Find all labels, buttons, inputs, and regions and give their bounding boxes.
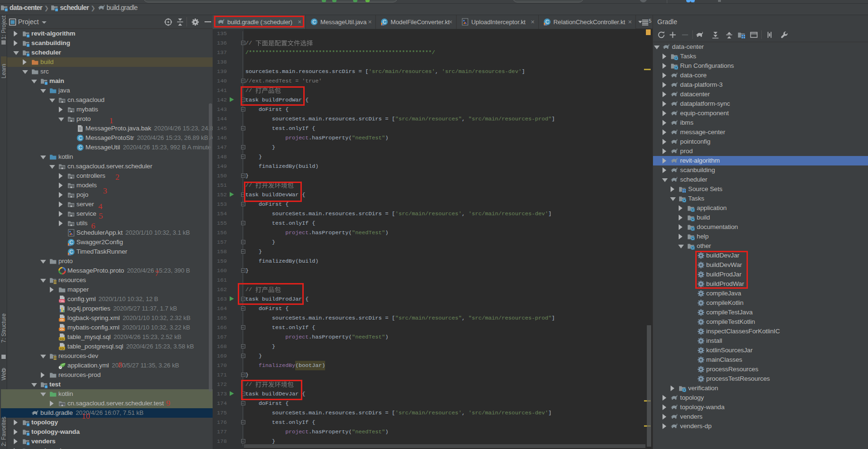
svg-text:<>: <> bbox=[60, 328, 64, 331]
svg-text:C: C bbox=[545, 19, 549, 25]
svg-text:C: C bbox=[78, 145, 82, 150]
svg-text:C: C bbox=[312, 19, 316, 25]
svg-text:C: C bbox=[78, 135, 82, 141]
svg-text:C: C bbox=[383, 19, 386, 25]
svg-text:SQL: SQL bbox=[59, 347, 65, 350]
svg-text:C: C bbox=[69, 249, 73, 255]
svg-text:<>: <> bbox=[60, 318, 64, 321]
svg-text:SQL: SQL bbox=[59, 338, 65, 340]
svg-text:YML: YML bbox=[59, 300, 65, 302]
svg-text:C: C bbox=[69, 239, 73, 245]
